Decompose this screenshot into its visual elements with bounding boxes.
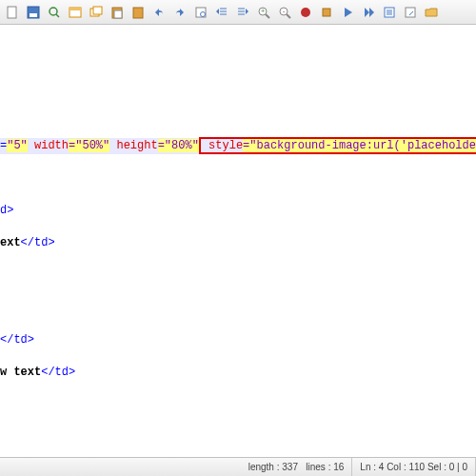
svg-rect-0 (8, 7, 16, 18)
record-icon[interactable] (297, 4, 314, 21)
svg-point-3 (50, 8, 57, 15)
svg-rect-6 (69, 8, 81, 10)
undo-icon[interactable] (150, 4, 168, 21)
svg-rect-10 (114, 10, 122, 18)
svg-rect-27 (323, 9, 330, 16)
play-icon[interactable] (339, 4, 356, 21)
status-position: Ln : 4 Col : 110 Sel : 0 | 0 (352, 458, 476, 476)
code-line (0, 268, 476, 284)
stop-icon[interactable] (318, 4, 335, 21)
code-line (0, 41, 476, 57)
toolbar: + - (0, 0, 476, 25)
find-icon[interactable] (46, 4, 63, 21)
cut-icon[interactable] (129, 4, 147, 21)
zoom-in-icon[interactable]: + (255, 4, 272, 21)
code-line (0, 300, 476, 316)
skip-icon[interactable] (360, 4, 377, 21)
code-line (0, 106, 476, 122)
paste-icon[interactable] (109, 4, 126, 21)
svg-line-24 (287, 14, 290, 18)
svg-rect-11 (133, 8, 143, 18)
svg-line-21 (266, 14, 269, 18)
code-editor[interactable]: ="5" width="50%" height="80%" style="bac… (0, 25, 476, 397)
svg-text:+: + (261, 8, 265, 15)
window-icon[interactable] (67, 4, 84, 21)
svg-point-26 (301, 8, 310, 17)
indent-left-icon[interactable] (213, 4, 230, 21)
svg-rect-2 (30, 13, 37, 17)
svg-rect-8 (93, 7, 102, 14)
indent-right-icon[interactable] (234, 4, 251, 21)
code-line: w text</td> (0, 365, 476, 381)
open-icon[interactable] (402, 4, 419, 21)
code-line: ext</td> (0, 235, 476, 251)
highlighted-style-attribute: style="background-image:url('placeholder… (199, 137, 476, 154)
svg-rect-32 (406, 8, 415, 17)
code-line: d> (0, 203, 476, 219)
svg-line-4 (56, 14, 59, 17)
status-bar: length : 337 lines : 16 Ln : 4 Col : 110… (0, 457, 476, 476)
status-length: length : 337 lines : 16 (241, 458, 353, 476)
list-icon[interactable] (381, 4, 398, 21)
code-line (0, 170, 476, 187)
code-line-highlighted: ="5" width="50%" height="80%" style="bac… (0, 138, 476, 154)
search-icon[interactable] (192, 4, 209, 21)
save-icon[interactable] (25, 4, 42, 21)
windows-icon[interactable] (88, 4, 105, 21)
zoom-out-icon[interactable]: - (276, 4, 293, 21)
folder-icon[interactable] (423, 4, 440, 21)
redo-icon[interactable] (171, 4, 188, 21)
code-line: </td> (0, 332, 476, 348)
svg-text:-: - (282, 8, 286, 15)
code-line (0, 73, 476, 89)
new-icon[interactable] (4, 4, 21, 21)
